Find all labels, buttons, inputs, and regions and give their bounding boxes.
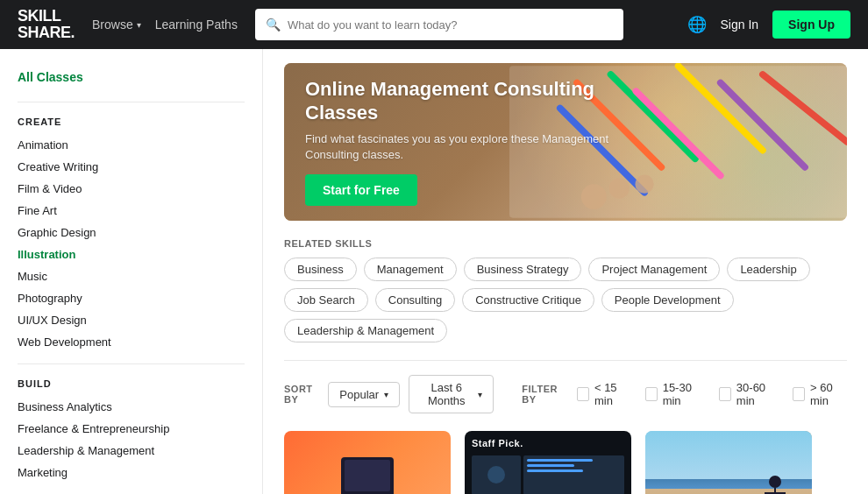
sign-up-button[interactable]: Sign Up [772,11,850,39]
course-card-3[interactable] [645,431,812,494]
skill-tag-leadership-management[interactable]: Leadership & Management [284,319,447,342]
sort-by-group: SORT BY Popular ▾ Last 6 Months ▾ [284,375,494,413]
sidebar-section-build: BUILD [18,378,245,389]
sidebar-item-freelance-entrepreneurship[interactable]: Freelance & Entrepreneurship [18,418,245,440]
hero-subtitle: Find what fascinates you as you explore … [305,131,615,163]
search-icon: 🔍 [266,18,281,32]
sidebar-divider [18,102,245,102]
sort-by-label: SORT BY [284,384,319,405]
sidebar-divider-2 [18,363,245,364]
learning-paths-nav[interactable]: Learning Paths [155,18,238,32]
skill-tag-management[interactable]: Management [364,258,457,281]
laptop-icon [341,457,394,494]
course-card-1[interactable] [284,431,451,494]
header: SKILL SHARE. Browse ▾ Learning Paths 🔍 🌐… [0,0,868,49]
checkbox-60min-box [793,387,805,401]
related-skills-section: RELATED SKILLS Business Management Busin… [284,238,847,342]
sidebar-item-marketing[interactable]: Marketing [18,462,245,483]
course-cards-row: Staff Pick. [284,431,847,494]
filter-bar: SORT BY Popular ▾ Last 6 Months ▾ FILTER… [284,375,847,413]
browse-nav[interactable]: Browse ▾ [92,18,141,32]
filter-divider [284,360,847,361]
logo[interactable]: SKILL SHARE. [18,8,75,41]
skill-tag-project-management[interactable]: Project Management [588,258,720,281]
laptop-screen [345,460,390,491]
strategy-visualization [472,455,624,494]
sidebar-item-animation[interactable]: Animation [18,134,245,156]
logo-skill: SKILL [18,8,75,25]
duration-checkboxes: < 15 min 15-30 min 30-60 min > 60 min [577,381,847,407]
checkbox-15min[interactable]: < 15 min [577,381,631,407]
filter-by-group: FILTER BY < 15 min 15-30 min 30-60 min [522,381,847,407]
sort-popular-dropdown[interactable]: Popular ▾ [328,382,400,407]
skill-tag-job-search[interactable]: Job Search [284,288,368,312]
person-silhouette [765,476,786,494]
skill-tag-people-development[interactable]: People Development [601,288,734,312]
hero-title: Online Management Consulting Classes [305,78,615,124]
sidebar-item-business-analytics[interactable]: Business Analytics [18,396,245,418]
beach-sand [645,489,812,494]
sidebar-item-film-video[interactable]: Film & Video [18,178,245,200]
svg-point-10 [635,175,653,194]
browse-chevron-icon: ▾ [137,20,141,30]
sort-chevron-icon: ▾ [384,390,388,399]
checkbox-30-60min[interactable]: 30-60 min [719,381,779,407]
sidebar-item-music[interactable]: Music [18,265,245,287]
sidebar-item-fine-art[interactable]: Fine Art [18,200,245,222]
search-bar: 🔍 [255,9,623,40]
sidebar-item-creative-writing[interactable]: Creative Writing [18,156,245,178]
laptop-illustration [337,457,398,494]
date-chevron-icon: ▾ [478,390,482,399]
sidebar-item-web-development[interactable]: Web Development [18,331,245,353]
skill-tag-consulting[interactable]: Consulting [375,288,455,312]
skill-tag-constructive-critique[interactable]: Constructive Critique [462,288,594,312]
main-container: All Classes CREATE Animation Creative Wr… [0,49,868,494]
search-input[interactable] [288,18,613,32]
sidebar-item-illustration[interactable]: Illustration [18,243,245,265]
sidebar-item-graphic-design[interactable]: Graphic Design [18,222,245,243]
skills-tags: Business Management Business Strategy Pr… [284,258,847,342]
checkbox-60min[interactable]: > 60 min [793,381,847,407]
staff-pick-badge: Staff Pick. [472,438,523,448]
date-filter-dropdown[interactable]: Last 6 Months ▾ [409,375,494,413]
course-card-2[interactable]: Staff Pick. [465,431,631,494]
sidebar: All Classes CREATE Animation Creative Wr… [0,49,263,494]
sidebar-section-create: CREATE [18,116,245,127]
checkbox-15min-box [577,387,589,401]
filter-by-label: FILTER BY [522,384,568,405]
logo-share: SHARE. [18,25,75,41]
skill-tag-business-strategy[interactable]: Business Strategy [464,258,582,281]
checkbox-15-30min-box [645,387,658,401]
skill-tag-business[interactable]: Business [284,258,357,281]
checkbox-30-60min-box [719,387,731,401]
checkbox-15-30min[interactable]: 15-30 min [645,381,705,407]
all-classes-link[interactable]: All Classes [18,70,245,84]
hero-text: Online Management Consulting Classes Fin… [305,63,615,221]
hero-banner[interactable]: Online Management Consulting Classes Fin… [284,63,847,221]
related-skills-label: RELATED SKILLS [284,238,847,249]
globe-icon[interactable]: 🌐 [687,15,707,34]
header-right: 🌐 Sign In Sign Up [687,11,850,39]
sidebar-item-photography[interactable]: Photography [18,287,245,309]
sidebar-item-ui-ux-design[interactable]: UI/UX Design [18,309,245,331]
sidebar-item-leadership-management[interactable]: Leadership & Management [18,440,245,462]
sign-in-button[interactable]: Sign In [721,18,759,32]
skill-tag-leadership[interactable]: Leadership [727,258,809,281]
start-for-free-button[interactable]: Start for Free [305,174,417,206]
content-area: Online Management Consulting Classes Fin… [263,49,868,494]
nav: Browse ▾ Learning Paths [92,18,238,32]
